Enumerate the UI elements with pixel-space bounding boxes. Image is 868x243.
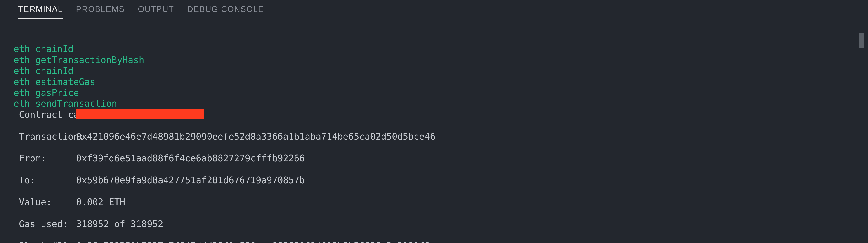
rpc-call-line: eth_gasPrice bbox=[13, 88, 79, 98]
terminal-output[interactable]: eth_chainId eth_getTransactionByHash eth… bbox=[0, 19, 868, 243]
panel-tabs: TERMINAL PROBLEMS OUTPUT DEBUG CONSOLE bbox=[0, 0, 868, 19]
tx-key: Contract call: bbox=[13, 109, 76, 120]
tx-value: 0x59b670e9fa9d0a427751af201d676719a97085… bbox=[76, 175, 305, 186]
tx-value: 0x421096e46e7d48981b29090eefe52d8a3366a1… bbox=[76, 131, 435, 142]
tx-row-from: From:0xf39fd6e51aad88f6f4ce6ab8827279cff… bbox=[13, 153, 868, 164]
tx-key: Block #31: bbox=[13, 240, 76, 243]
tx-key: From: bbox=[13, 153, 76, 164]
tx-key: Value: bbox=[13, 197, 76, 208]
tx-row-contract-call: Contract call: bbox=[13, 109, 868, 120]
rpc-call-line: eth_estimateGas bbox=[13, 77, 95, 87]
tx-value: 0xf39fd6e51aad88f6f4ce6ab8827279cfffb922… bbox=[76, 153, 305, 164]
tx-row-block: Block #31:0x58a581251b7837c7f847ddd20f1c… bbox=[13, 240, 868, 243]
tx-key: Transaction: bbox=[13, 131, 76, 142]
tab-problems[interactable]: PROBLEMS bbox=[76, 4, 125, 19]
bottom-panel: TERMINAL PROBLEMS OUTPUT DEBUG CONSOLE e… bbox=[0, 0, 868, 243]
redacted-block bbox=[76, 109, 204, 119]
tx-value: 318952 of 318952 bbox=[76, 219, 163, 230]
tx-row-to: To:0x59b670e9fa9d0a427751af201d676719a97… bbox=[13, 175, 868, 186]
tx-value: 0x58a581251b7837c7f847ddd20f1c580ace8836… bbox=[76, 240, 435, 243]
tx-row-gas-used: Gas used:318952 of 318952 bbox=[13, 219, 868, 230]
tx-key: Gas used: bbox=[13, 219, 76, 230]
rpc-call-line: eth_chainId bbox=[13, 43, 73, 54]
tab-debug-console[interactable]: DEBUG CONSOLE bbox=[187, 4, 264, 19]
tab-output[interactable]: OUTPUT bbox=[138, 4, 174, 19]
rpc-call-line: eth_getTransactionByHash bbox=[13, 55, 144, 65]
tx-key: To: bbox=[13, 175, 76, 186]
tx-row-value: Value:0.002 ETH bbox=[13, 197, 868, 208]
tab-terminal[interactable]: TERMINAL bbox=[18, 4, 63, 19]
tx-row-transaction: Transaction:0x421096e46e7d48981b29090eef… bbox=[13, 131, 868, 142]
tx-value: 0.002 ETH bbox=[76, 197, 125, 208]
scrollbar-thumb[interactable] bbox=[859, 33, 864, 49]
rpc-call-line: eth_chainId bbox=[13, 66, 73, 76]
rpc-call-line: eth_sendTransaction bbox=[13, 98, 117, 109]
